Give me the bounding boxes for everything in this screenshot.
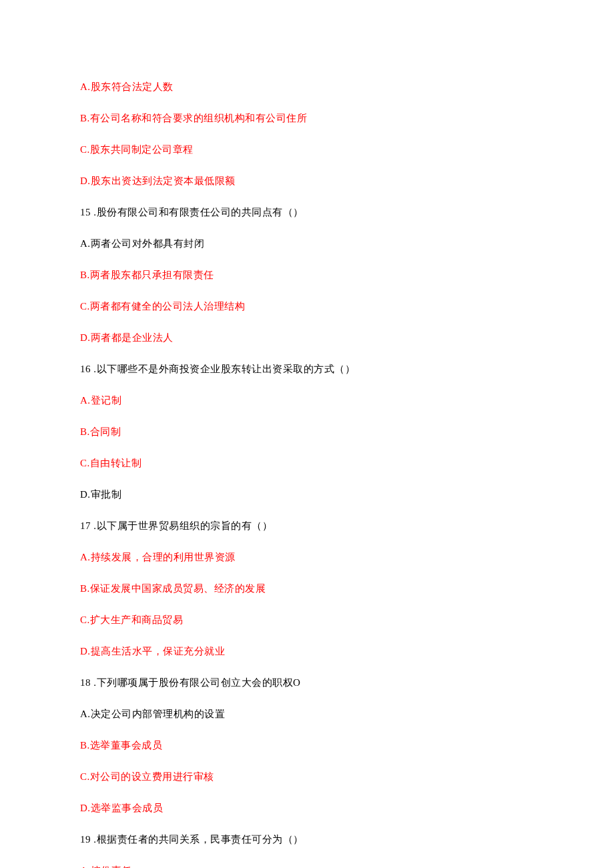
text-line: D.两者都是企业法人 bbox=[80, 331, 534, 345]
text-line: D.提高生活水平，保证充分就业 bbox=[80, 644, 534, 659]
text-line: A.股东符合法定人数 bbox=[80, 80, 534, 94]
text-line: A.按份责任 bbox=[80, 864, 534, 868]
text-line: B.选举董事会成员 bbox=[80, 739, 534, 753]
text-line: A.决定公司内部管理机构的设置 bbox=[80, 707, 534, 721]
content-container: A.股东符合法定人数B.有公司名称和符合要求的组织机构和有公司住所C.股东共同制… bbox=[80, 80, 534, 868]
text-line: B.两者股东都只承担有限责任 bbox=[80, 268, 534, 282]
text-line: D.股东出资达到法定资本最低限额 bbox=[80, 174, 534, 188]
text-line: C.自由转让制 bbox=[80, 456, 534, 470]
text-line: C.对公司的设立费用进行审核 bbox=[80, 770, 534, 784]
text-line: A.持续发展，合理的利用世界资源 bbox=[80, 550, 534, 564]
text-line: 18 .下列哪项属于股份有限公司创立大会的职权O bbox=[80, 676, 534, 690]
text-line: D.选举监事会成员 bbox=[80, 801, 534, 815]
text-line: A.两者公司对外都具有封闭 bbox=[80, 237, 534, 251]
text-line: 19 .根据责任者的共同关系，民事责任可分为（） bbox=[80, 833, 534, 847]
text-line: 16 .以下哪些不是外商投资企业股东转让出资采取的方式（） bbox=[80, 362, 534, 376]
text-line: 17 .以下属于世界贸易组织的宗旨的有（） bbox=[80, 519, 534, 533]
text-line: C.扩大生产和商品贸易 bbox=[80, 613, 534, 627]
document-page: A.股东符合法定人数B.有公司名称和符合要求的组织机构和有公司住所C.股东共同制… bbox=[0, 0, 614, 868]
text-line: B.保证发展中国家成员贸易、经济的发展 bbox=[80, 582, 534, 596]
text-line: C.股东共同制定公司章程 bbox=[80, 143, 534, 157]
text-line: B.合同制 bbox=[80, 425, 534, 439]
text-line: C.两者都有健全的公司法人治理结构 bbox=[80, 300, 534, 314]
text-line: D.审批制 bbox=[80, 488, 534, 502]
text-line: 15 .股份有限公司和有限责任公司的共同点有（） bbox=[80, 205, 534, 220]
text-line: A.登记制 bbox=[80, 394, 534, 408]
text-line: B.有公司名称和符合要求的组织机构和有公司住所 bbox=[80, 111, 534, 125]
